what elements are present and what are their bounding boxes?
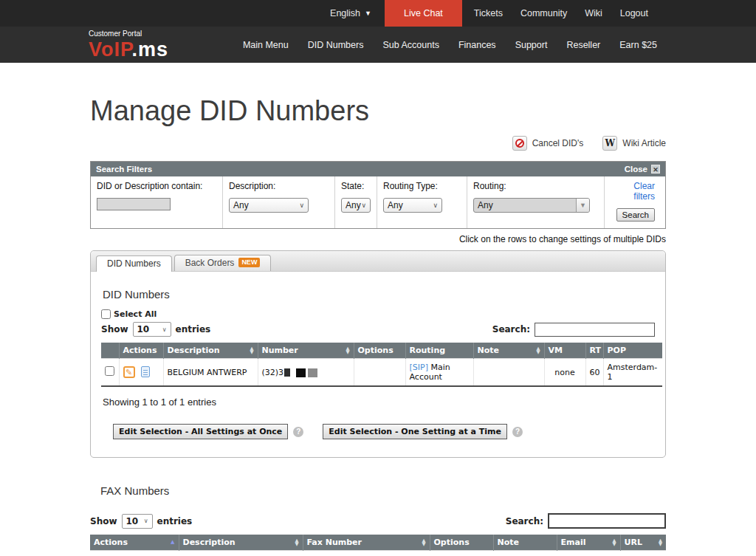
row-routing: [SIP] Main Account [405, 359, 473, 387]
sort-icon: ▲▼ [250, 347, 254, 354]
col-fax-description[interactable]: ▲▼Description [179, 535, 303, 551]
did-table-controls: Show 10 ∨ entries Search: [101, 322, 655, 337]
did-panel-body: DID Numbers Select All Show 10 ∨ entries… [91, 272, 665, 457]
help-icon[interactable]: ? [293, 427, 303, 437]
row-options [354, 359, 405, 387]
chevron-down-icon: ∨ [144, 518, 148, 524]
col-fax-note: Note [493, 535, 557, 551]
close-filters-button[interactable]: Close ✕ [625, 165, 660, 174]
language-dropdown[interactable]: English ▼ [320, 0, 382, 27]
col-note[interactable]: ▲▼Note [473, 343, 544, 359]
select-all-control[interactable]: Select All [101, 309, 655, 319]
entries-label: entries [157, 516, 193, 526]
filter-description: Description: Any ∨ [222, 176, 334, 228]
did-table-row[interactable]: ✎ BELGIUM ANTWERP (32)3 [SIP] Main Accou… [101, 359, 662, 387]
fax-empty-row: No data available in table [90, 551, 666, 556]
filter-actions: Clear filters Search [604, 176, 661, 228]
col-fax-number[interactable]: ▲▼Fax Number [303, 535, 430, 551]
fax-table: ▲Actions ▲▼Description ▲▼Fax Number Opti… [90, 535, 666, 556]
filter-state-label: State: [341, 181, 371, 191]
search-filters-panel: Search Filters Close ✕ DID or Descriptio… [90, 161, 666, 229]
col-fax-actions[interactable]: ▲Actions [90, 535, 179, 551]
filter-routing: Routing: Any ▼ [467, 176, 604, 228]
col-actions: Actions [119, 343, 163, 359]
did-page-size-select[interactable]: 10 ∨ [133, 322, 171, 337]
close-label: Close [625, 165, 647, 174]
entries-label: entries [176, 324, 211, 334]
wiki-link[interactable]: Wiki [576, 8, 611, 18]
fax-page-size-select[interactable]: 10 ∨ [122, 514, 153, 529]
row-checkbox[interactable] [105, 366, 114, 376]
row-rt: 60 [585, 359, 603, 387]
select-all-checkbox[interactable] [101, 309, 111, 319]
tab-did-numbers[interactable]: DID Numbers [96, 255, 172, 272]
fax-search-label: Search: [506, 516, 543, 526]
chevron-down-icon: ∨ [299, 202, 304, 209]
col-fax-url[interactable]: ▲▼URL [620, 535, 666, 551]
row-pop: Amsterdam-1 [603, 359, 662, 387]
voipms-logo: VoIP.ms [89, 40, 168, 60]
page-content: Manage DID Numbers Cancel DID's W Wiki A… [0, 95, 756, 556]
filter-state-select[interactable]: Any ∨ [341, 198, 371, 213]
did-table-search: Search: [492, 323, 655, 337]
top-links: Tickets Community Wiki Logout [465, 0, 657, 27]
col-pop: POP [603, 343, 662, 359]
sort-icon: ▲▼ [613, 539, 616, 546]
col-fax-email[interactable]: ▲▼Email [557, 535, 620, 551]
did-search-label: Search: [492, 324, 530, 334]
filter-did: DID or Description contain: [91, 176, 222, 228]
col-vm: VM [544, 343, 585, 359]
nav-earn-25[interactable]: Earn $25 [619, 40, 657, 50]
tab-back-orders[interactable]: Back Orders NEW [174, 255, 272, 271]
row-description: BELGIUM ANTWERP [163, 359, 258, 387]
col-options: Options [354, 343, 405, 359]
live-chat-label: Live Chat [404, 8, 443, 18]
col-routing: Routing [405, 343, 473, 359]
chevron-down-icon[interactable]: ▼ [576, 199, 589, 212]
filter-routing-type: Routing Type: Any ∨ [377, 176, 467, 228]
sip-routing-link[interactable]: [SIP] [410, 363, 428, 372]
chevron-down-icon: ∨ [361, 202, 366, 209]
fax-table-header: ▲Actions ▲▼Description ▲▼Fax Number Opti… [90, 535, 666, 551]
col-number[interactable]: ▲▼Number [258, 343, 354, 359]
wikipedia-icon: W [602, 136, 617, 151]
nav-main-menu[interactable]: Main Menu [243, 40, 289, 50]
community-link[interactable]: Community [512, 8, 576, 18]
wiki-article-button[interactable]: W Wiki Article [602, 136, 666, 151]
tickets-link[interactable]: Tickets [465, 8, 512, 18]
did-search-input[interactable] [535, 323, 655, 337]
filter-did-input[interactable] [97, 198, 171, 210]
nav-sub-accounts[interactable]: Sub Accounts [382, 40, 439, 50]
nav-did-numbers[interactable]: DID Numbers [308, 40, 364, 50]
filters-search-button[interactable]: Search [616, 208, 655, 222]
search-filters-header: Search Filters Close ✕ [91, 162, 665, 176]
new-badge: NEW [238, 258, 260, 267]
did-section-heading: DID Numbers [103, 288, 655, 301]
logout-link[interactable]: Logout [611, 8, 657, 18]
cancel-dids-button[interactable]: Cancel DID's [512, 136, 584, 151]
fax-search-input[interactable] [548, 513, 666, 529]
nav-support[interactable]: Support [515, 40, 548, 50]
col-checkbox [101, 343, 119, 359]
clear-filters-link[interactable]: Clear filters [611, 181, 655, 202]
col-description[interactable]: ▲▼Description [163, 343, 258, 359]
sort-asc-icon: ▲ [171, 539, 174, 545]
filter-routing-label: Routing: [473, 181, 598, 191]
filter-routing-type-select[interactable]: Any ∨ [383, 198, 442, 213]
row-checkbox-cell [101, 359, 119, 387]
filter-routing-combobox[interactable]: Any ▼ [473, 198, 590, 213]
nav-finances[interactable]: Finances [458, 40, 496, 50]
filter-description-select[interactable]: Any ∨ [229, 198, 309, 213]
help-icon[interactable]: ? [512, 427, 523, 437]
redaction-block [296, 368, 306, 377]
document-icon[interactable] [141, 366, 150, 377]
edit-all-settings-button[interactable]: Edit Selection - All Settings at Once [113, 424, 288, 439]
edit-one-setting-button[interactable]: Edit Selection - One Setting at a Time [323, 424, 507, 439]
row-number: (32)3 [258, 359, 354, 387]
edit-pencil-icon[interactable]: ✎ [123, 366, 135, 378]
live-chat-button[interactable]: Live Chat [385, 0, 462, 27]
sort-icon: ▲▼ [346, 347, 350, 354]
brand-logo[interactable]: Customer Portal VoIP.ms [89, 30, 168, 60]
did-table: Actions ▲▼Description ▲▼Number Options R… [101, 343, 662, 387]
nav-reseller[interactable]: Reseller [566, 40, 600, 50]
